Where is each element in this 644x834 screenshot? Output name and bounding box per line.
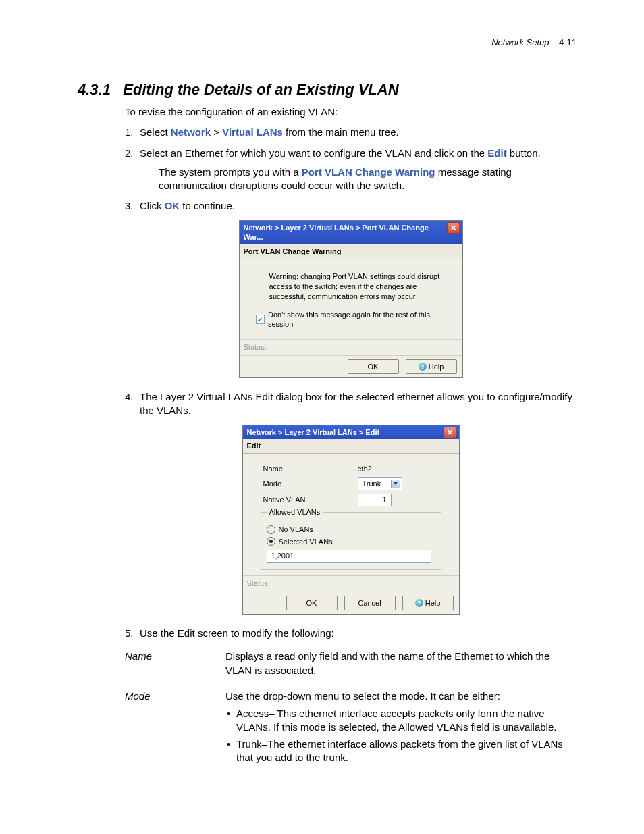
warning-message: Warning: changing Port VLAN settings cou… [269, 271, 449, 302]
section-heading: 4.3.1 Editing the Details of an Existing… [78, 81, 576, 99]
name-label: Name [252, 464, 358, 474]
desc-name-val: Displays a read only field and with the … [225, 650, 576, 677]
mode-bullet-access: Access– This ethernet interface accepts … [225, 707, 576, 735]
page-number: 4-11 [559, 37, 576, 47]
nav-virtual-lans: Virtual LANs [222, 126, 283, 138]
ok-button[interactable]: OK [348, 359, 399, 374]
status-label: Status: [243, 575, 459, 592]
dialog-panel-header: Edit [243, 439, 459, 454]
dialog-title: Network > Layer 2 Virtual LANs > Edit [247, 428, 380, 436]
step-2: 2. Select an Ethernet for which you want… [125, 147, 576, 193]
mode-label: Mode [252, 479, 358, 489]
intro-text: To revise the configuration of an existi… [125, 105, 576, 119]
chapter-name: Network Setup [491, 37, 549, 47]
desc-mode-key: Mode [125, 689, 223, 767]
dialog-panel-header: Port VLAN Change Warning [240, 244, 462, 259]
allowed-vlans-group: Allowed VLANs No VLANs Selected VLANs 1,… [261, 512, 441, 570]
chevron-down-icon [394, 482, 398, 485]
native-vlan-input[interactable]: 1 [358, 494, 392, 506]
close-icon[interactable]: ✕ [444, 427, 456, 438]
dont-show-label: Don't show this message again for the re… [268, 310, 449, 330]
close-icon[interactable]: ✕ [447, 222, 460, 234]
dont-show-checkbox[interactable]: ✓ [256, 315, 265, 324]
allowed-vlans-legend: Allowed VLANs [267, 507, 323, 517]
help-icon: ? [415, 599, 423, 607]
status-label: Status: [240, 339, 462, 355]
desc-name-key: Name [125, 650, 223, 677]
desc-mode-val: Use the drop-down menu to select the mod… [225, 689, 576, 767]
dialog-titlebar[interactable]: Network > Layer 2 Virtual LANs > Edit ✕ [243, 425, 459, 440]
native-vlan-label: Native VLAN [252, 495, 358, 505]
step-3: 3. Click OK to continue. [125, 199, 576, 213]
cancel-button[interactable]: Cancel [344, 596, 396, 610]
running-header: Network Setup 4-11 [491, 37, 576, 47]
mode-select[interactable]: Trunk [358, 477, 402, 490]
edit-button-ref: Edit [487, 147, 506, 159]
selected-vlans-label: Selected VLANs [279, 537, 333, 547]
step-2-detail: The system prompts you with a Port VLAN … [159, 165, 576, 193]
section-number: 4.3.1 [78, 81, 111, 98]
step-1: 1. Select Network > Virtual LANs from th… [125, 126, 576, 139]
section-title: Editing the Details of an Existing VLAN [123, 81, 398, 98]
port-vlan-warning-dialog: Network > Layer 2 Virtual LANs > Port VL… [239, 220, 463, 379]
nav-network: Network [171, 126, 211, 138]
help-button[interactable]: ? Help [406, 359, 457, 374]
ok-button[interactable]: OK [286, 596, 338, 610]
step-4: 4. The Layer 2 Virtual LANs Edit dialog … [125, 390, 576, 418]
ok-ref: OK [165, 200, 180, 211]
help-icon: ? [419, 363, 427, 371]
dialog-titlebar[interactable]: Network > Layer 2 Virtual LANs > Port VL… [240, 221, 462, 245]
selected-vlans-radio[interactable] [267, 537, 275, 546]
vlan-edit-dialog: Network > Layer 2 Virtual LANs > Edit ✕ … [242, 425, 460, 615]
selected-vlans-input[interactable]: 1,2001 [267, 550, 431, 563]
dialog-title: Network > Layer 2 Virtual LANs > Port VL… [244, 224, 429, 242]
step-5: 5. Use the Edit screen to modify the fol… [125, 627, 576, 640]
mode-bullet-trunk: Trunk–The ethernet interface allows pack… [225, 737, 576, 765]
name-value: eth2 [358, 464, 372, 474]
no-vlans-radio[interactable] [267, 525, 275, 534]
no-vlans-label: No VLANs [279, 525, 313, 535]
help-button[interactable]: ? Help [402, 596, 454, 610]
